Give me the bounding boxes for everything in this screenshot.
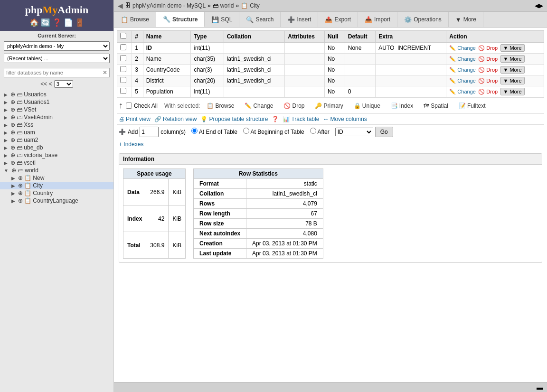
tab-sql[interactable]: 💾 SQL	[205, 12, 239, 27]
select-all-checkbox[interactable]	[120, 33, 126, 39]
after-column-select[interactable]: ID Name CountryCode District Population	[335, 128, 373, 136]
sidebar-item-uam[interactable]: ▶ ⊕ 🗃 uam	[0, 129, 113, 136]
pagination-prev[interactable]: << <	[40, 81, 52, 87]
tab-import[interactable]: 📥 Import	[358, 12, 397, 27]
track-table-link[interactable]: 📊 Track table	[283, 116, 319, 122]
tab-export[interactable]: 📤 Export	[318, 12, 358, 27]
footer-collapse-icon[interactable]: ▬	[537, 383, 543, 391]
row-checkbox[interactable]	[120, 66, 126, 72]
change-link[interactable]: ✏️ Change	[449, 89, 476, 94]
drop-link[interactable]: 🚫 Drop	[478, 67, 498, 73]
breadcrumb-table[interactable]: City	[250, 2, 260, 9]
more-dropdown[interactable]: ▼ More	[500, 55, 525, 63]
stat-value: Apr 03, 2013 at 01:30 PM	[246, 249, 323, 259]
change-link[interactable]: ✏️ Change	[449, 78, 476, 84]
sidebar-item-vset[interactable]: ▶ ⊕ 🗃 VSet	[0, 106, 113, 113]
move-columns-link[interactable]: ↔ Move columns	[323, 116, 367, 122]
indexes-link[interactable]: + Indexes	[119, 141, 143, 148]
tab-browse[interactable]: 📋 Browse	[114, 12, 156, 27]
row-checkbox[interactable]	[120, 55, 126, 61]
relation-view-link[interactable]: 🔗 Relation view	[154, 116, 197, 122]
indexes-link-area: + Indexes	[117, 139, 544, 149]
change-link[interactable]: ✏️ Change	[449, 67, 476, 73]
tab-insert[interactable]: ➕ Insert	[281, 12, 318, 27]
sidebar-item-world[interactable]: ▼ ⊕ 🗃 world	[0, 167, 113, 174]
sidebar-item-world-countrylanguage[interactable]: ▶ ⊕ 📋 CountryLanguage	[0, 197, 113, 205]
row-checkbox[interactable]	[120, 44, 126, 50]
drop-link[interactable]: 🚫 Drop	[478, 56, 498, 62]
sidebar-item-vsetiadmin[interactable]: ▶ ⊕ 🗃 VsetiAdmin	[0, 113, 113, 121]
print-view-link[interactable]: 🖨 Print view	[119, 116, 151, 122]
propose-help-icon[interactable]: ❓	[272, 116, 279, 122]
spatial-action-btn[interactable]: 🗺 Spatial	[420, 101, 452, 111]
settings-icon[interactable]: 📄	[64, 18, 73, 27]
browse-action-btn[interactable]: 📋 Browse	[203, 101, 238, 111]
sidebar-item-victoria_base[interactable]: ▶ ⊕ 🗃 victoria_base	[0, 151, 113, 159]
sidebar-item-xss[interactable]: ▶ ⊕ 🗃 Xss	[0, 121, 113, 129]
sidebar-item-ube_db[interactable]: ▶ ⊕ 🗃 ube_db	[0, 144, 113, 151]
primary-action-btn[interactable]: 🔑 Primary	[311, 101, 347, 111]
at-end-radio[interactable]	[191, 128, 198, 134]
row-checkbox[interactable]	[120, 77, 126, 83]
after-radio[interactable]	[310, 128, 316, 134]
arrow-up-icon[interactable]: ↑	[119, 101, 123, 111]
unique-action-btn[interactable]: 🔒 Unique	[350, 101, 384, 111]
sidebar-item-world-new[interactable]: ▶ ⊕ 📋 New	[0, 174, 113, 182]
check-all-checkbox[interactable]	[126, 103, 132, 109]
logo-area: phpMyAdmin 🏠 🔄 ❓ 📄 🚪	[0, 0, 113, 31]
tab-structure[interactable]: 🔧 Structure	[156, 12, 205, 27]
sidebar-item-usuarios1[interactable]: ▶ ⊕ 🗃 Usuarios1	[0, 98, 113, 106]
row-checkbox[interactable]	[120, 88, 126, 94]
db-icon: ⊕ 🗃	[10, 91, 22, 98]
nav-back-arrow[interactable]: ◀	[118, 2, 123, 9]
recent-tables-select[interactable]: (Recent tables) ...	[4, 54, 110, 63]
drop-action-btn[interactable]: 🚫 Drop	[280, 101, 308, 111]
drop-link[interactable]: 🚫 Drop	[478, 78, 498, 84]
more-dropdown[interactable]: ▼ More	[500, 88, 525, 95]
sidebar-item-uam2[interactable]: ▶ ⊕ 🗃 uam2	[0, 136, 113, 144]
sidebar-item-world-city[interactable]: ▶ ⊕ 📋 City	[0, 182, 113, 189]
logout-icon[interactable]: 🚪	[75, 18, 85, 27]
breadcrumb-database[interactable]: world	[220, 2, 234, 9]
server-select[interactable]: phpMyAdmin demo - My	[4, 41, 110, 51]
go-button[interactable]: Go	[375, 127, 393, 137]
breadcrumb-server[interactable]: phpMyAdmin demo - MySQL	[132, 2, 206, 9]
expand-icon: ▶	[4, 100, 8, 105]
tab-operations[interactable]: ⚙️ Operations	[397, 12, 449, 27]
logo[interactable]: phpMyAdmin	[4, 4, 110, 16]
page-select[interactable]: 3	[54, 80, 73, 88]
drop-link[interactable]: 🚫 Drop	[478, 89, 498, 94]
expand-icon: ▶	[4, 92, 8, 97]
fulltext-action-btn[interactable]: 📝 Fulltext	[455, 101, 490, 111]
import-tab-icon: 📥	[365, 16, 372, 23]
sidebar-item-usuarios[interactable]: ▶ ⊕ 🗃 Usuarios	[0, 91, 113, 98]
drop-link[interactable]: 🚫 Drop	[478, 45, 498, 51]
tab-search[interactable]: 🔍 Search	[239, 12, 281, 27]
filter-clear-button[interactable]: ✕	[101, 68, 109, 77]
more-dropdown[interactable]: ▼ More	[500, 66, 525, 74]
breadcrumb-collapse-icon[interactable]: ◀▶	[535, 2, 543, 9]
more-dropdown[interactable]: ▼ More	[500, 77, 525, 84]
home-icon[interactable]: 🏠	[29, 18, 39, 27]
add-column-count[interactable]	[140, 127, 159, 137]
filter-databases-input[interactable]	[4, 69, 101, 76]
at-beginning-radio[interactable]	[243, 128, 249, 134]
change-action-btn[interactable]: ✏️ Change	[241, 101, 277, 111]
sidebar-item-world-country[interactable]: ▶ ⊕ 📋 Country	[0, 189, 113, 197]
propose-structure-link[interactable]: 💡 Propose table structure	[200, 116, 268, 122]
change-link[interactable]: ✏️ Change	[449, 45, 476, 51]
after-option[interactable]: After	[310, 128, 330, 136]
space-label: Data	[123, 179, 146, 205]
refresh-icon[interactable]: 🔄	[41, 18, 50, 27]
expand-icon: ▶	[4, 138, 8, 143]
more-dropdown[interactable]: ▼ More	[500, 44, 525, 52]
row-type: int(11)	[191, 86, 224, 97]
index-action-btn[interactable]: 📑 Index	[387, 101, 417, 111]
tab-more[interactable]: ▼ More	[449, 12, 483, 27]
at-beginning-option[interactable]: At Beginning of Table	[243, 128, 304, 136]
at-end-option[interactable]: At End of Table	[191, 128, 237, 136]
sidebar-item-vseti[interactable]: ▶ ⊕ 🗃 vseti	[0, 159, 113, 167]
change-link[interactable]: ✏️ Change	[449, 56, 476, 62]
help-icon[interactable]: ❓	[52, 18, 62, 27]
db-label: Country	[33, 190, 53, 196]
